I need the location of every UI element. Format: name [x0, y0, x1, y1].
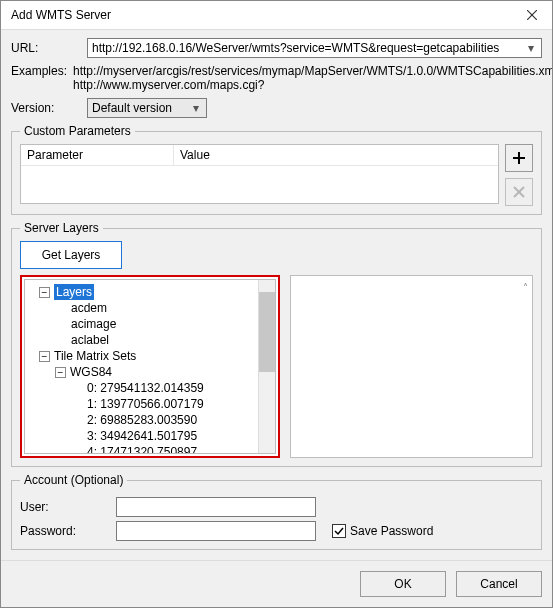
table-header: Parameter Value — [21, 145, 498, 166]
tree-node-label: Tile Matrix Sets — [54, 348, 136, 364]
version-label: Version: — [11, 101, 81, 115]
custom-parameters-table[interactable]: Parameter Value — [20, 144, 499, 204]
tree-node-label: 3: 34942641.501795 — [87, 428, 197, 444]
version-value: Default version — [92, 101, 172, 115]
col-value[interactable]: Value — [174, 145, 498, 165]
tree-node-level[interactable]: 2: 69885283.003590 — [25, 412, 275, 428]
custom-parameters-legend: Custom Parameters — [20, 124, 135, 138]
account-group: Account (Optional) User: Password: Save … — [11, 473, 542, 550]
tree-node-layer[interactable]: aclabel — [25, 332, 275, 348]
get-layers-button[interactable]: Get Layers — [20, 241, 122, 269]
custom-parameters-group: Custom Parameters Parameter Value — [11, 124, 542, 215]
server-layers-legend: Server Layers — [20, 221, 103, 235]
tree-node-label: WGS84 — [70, 364, 112, 380]
scrollbar-thumb[interactable] — [259, 292, 275, 372]
tree-node-level[interactable]: 1: 139770566.007179 — [25, 396, 275, 412]
tree-node-level[interactable]: 3: 34942641.501795 — [25, 428, 275, 444]
tree-node-label: 1: 139770566.007179 — [87, 396, 204, 412]
check-icon — [334, 526, 344, 536]
cancel-button[interactable]: Cancel — [456, 571, 542, 597]
password-input[interactable] — [116, 521, 316, 541]
url-label: URL: — [11, 41, 81, 55]
dialog-footer: OK Cancel — [1, 560, 552, 607]
collapse-icon[interactable]: − — [39, 351, 50, 362]
tree-node-level[interactable]: 4: 17471320.750897 — [25, 444, 275, 454]
layers-tree-highlight: − Layers acdem acimage aclabel − Tile Ma… — [20, 275, 280, 458]
tree-node-label: aclabel — [71, 332, 109, 348]
tree-node-layer[interactable]: acimage — [25, 316, 275, 332]
layers-tree[interactable]: − Layers acdem acimage aclabel − Tile Ma… — [24, 279, 276, 454]
tree-node-label: acdem — [71, 300, 107, 316]
tree-node-layer[interactable]: acdem — [25, 300, 275, 316]
close-icon — [527, 10, 537, 20]
caret-up-icon: ˄ — [523, 282, 528, 293]
ok-button[interactable]: OK — [360, 571, 446, 597]
tree-node-layers[interactable]: − Layers — [25, 284, 275, 300]
tree-node-level[interactable]: 0: 279541132.014359 — [25, 380, 275, 396]
remove-parameter-button — [505, 178, 533, 206]
tree-node-label: acimage — [71, 316, 116, 332]
table-body — [21, 166, 498, 203]
add-wmts-server-dialog: Add WMTS Server URL: http://192.168.0.16… — [0, 0, 553, 608]
tree-scrollbar[interactable] — [258, 280, 275, 453]
save-password-label: Save Password — [350, 524, 433, 538]
add-parameter-button[interactable] — [505, 144, 533, 172]
chevron-down-icon: ▾ — [188, 101, 204, 115]
account-legend: Account (Optional) — [20, 473, 127, 487]
save-password-checkbox[interactable]: Save Password — [332, 524, 433, 538]
version-combo[interactable]: Default version ▾ — [87, 98, 207, 118]
tree-node-wgs84[interactable]: − WGS84 — [25, 364, 275, 380]
user-label: User: — [20, 500, 110, 514]
url-value: http://192.168.0.16/WeServer/wmts?servic… — [92, 41, 499, 55]
examples-label: Examples: — [11, 64, 67, 92]
tree-node-label: 2: 69885283.003590 — [87, 412, 197, 428]
collapse-icon[interactable]: − — [55, 367, 66, 378]
layer-detail-panel: ˄ — [290, 275, 533, 458]
server-layers-group: Server Layers Get Layers − Layers acdem … — [11, 221, 542, 467]
tree-node-label: Layers — [54, 284, 94, 300]
x-icon — [513, 186, 525, 198]
chevron-down-icon: ▾ — [523, 41, 539, 55]
tree-node-label: 4: 17471320.750897 — [87, 444, 197, 454]
window-title: Add WMTS Server — [11, 8, 111, 22]
col-parameter[interactable]: Parameter — [21, 145, 174, 165]
checkbox-box — [332, 524, 346, 538]
close-button[interactable] — [512, 1, 552, 29]
collapse-icon[interactable]: − — [39, 287, 50, 298]
password-label: Password: — [20, 524, 110, 538]
tree-node-tile-matrix-sets[interactable]: − Tile Matrix Sets — [25, 348, 275, 364]
examples-text: http://myserver/arcgis/rest/services/mym… — [73, 64, 552, 92]
plus-icon — [512, 151, 526, 165]
titlebar: Add WMTS Server — [1, 1, 552, 30]
tree-node-label: 0: 279541132.014359 — [87, 380, 204, 396]
url-combo[interactable]: http://192.168.0.16/WeServer/wmts?servic… — [87, 38, 542, 58]
user-input[interactable] — [116, 497, 316, 517]
